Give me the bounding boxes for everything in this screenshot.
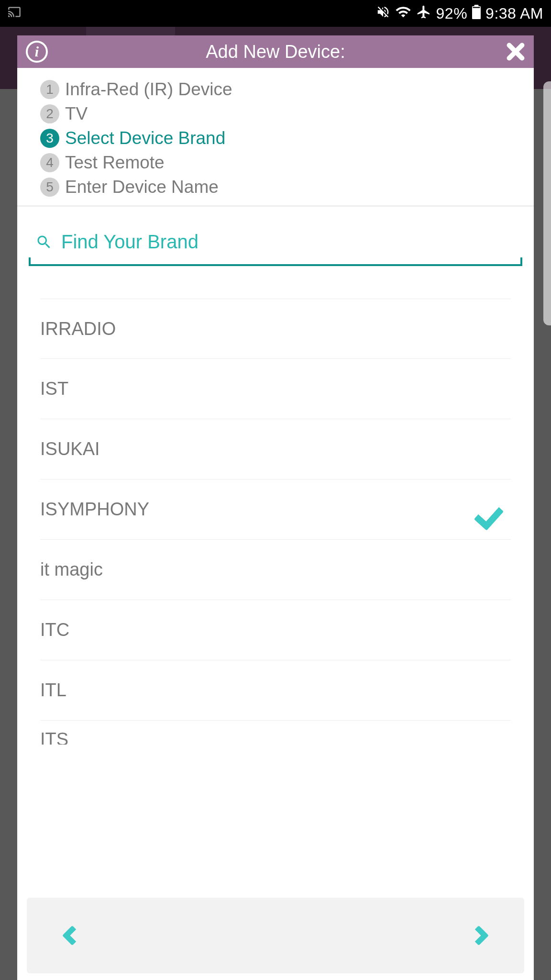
- time-text: 9:38 AM: [485, 5, 543, 22]
- brand-name: it magic: [40, 559, 103, 580]
- brand-name: IST: [40, 379, 68, 399]
- dialog-title: Add New Device:: [206, 42, 345, 62]
- step-label: Select Device Brand: [65, 128, 225, 148]
- step-5[interactable]: 5Enter Device Name: [40, 177, 534, 197]
- step-label: Enter Device Name: [65, 177, 219, 197]
- step-number: 3: [40, 129, 59, 148]
- status-left: [8, 5, 21, 22]
- brand-item[interactable]: it magic: [40, 540, 511, 600]
- step-3[interactable]: 3Select Device Brand: [40, 128, 534, 148]
- brand-name: ISYMPHONY: [40, 499, 149, 520]
- brand-name: ITS: [40, 729, 68, 745]
- brand-item[interactable]: ISYMPHONY: [40, 479, 511, 540]
- brand-item[interactable]: ITL: [40, 660, 511, 721]
- dialog-header: i Add New Device:: [17, 35, 534, 68]
- battery-text: 92%: [436, 5, 468, 22]
- svg-rect-2: [473, 7, 480, 8]
- add-device-dialog: i Add New Device: 1Infra-Red (IR) Device…: [17, 35, 534, 980]
- step-4[interactable]: 4Test Remote: [40, 153, 534, 173]
- step-number: 2: [40, 104, 59, 123]
- close-icon[interactable]: [506, 42, 525, 61]
- step-number: 1: [40, 80, 59, 99]
- brand-name: ITL: [40, 680, 66, 701]
- brand-item[interactable]: ISUKAI: [40, 419, 511, 479]
- brand-item[interactable]: ITC: [40, 600, 511, 660]
- nav-footer: [27, 898, 524, 973]
- mute-icon: [376, 5, 390, 22]
- search-box[interactable]: [29, 229, 522, 266]
- cast-icon: [8, 5, 21, 22]
- svg-rect-0: [472, 6, 481, 19]
- brand-name: ISUKAI: [40, 439, 100, 459]
- scrollbar-thumb[interactable]: [543, 81, 551, 325]
- step-label: TV: [65, 104, 88, 124]
- next-button[interactable]: [469, 925, 489, 946]
- brand-name: IRRADIO: [40, 319, 116, 339]
- search-input[interactable]: [61, 231, 522, 253]
- brand-item[interactable]: ITS: [40, 721, 511, 745]
- search-area: [17, 206, 534, 266]
- status-bar: 92% 9:38 AM: [0, 0, 551, 27]
- brand-item[interactable]: IST: [40, 359, 511, 419]
- svg-rect-1: [474, 5, 479, 7]
- info-icon[interactable]: i: [26, 41, 48, 63]
- step-label: Test Remote: [65, 153, 165, 173]
- airplane-icon: [416, 4, 431, 23]
- battery-icon: [472, 5, 481, 22]
- step-label: Infra-Red (IR) Device: [65, 79, 232, 100]
- search-icon: [35, 234, 53, 251]
- brand-item[interactable]: IRRADIO: [40, 299, 511, 359]
- brand-name: ITC: [40, 620, 69, 640]
- step-1[interactable]: 1Infra-Red (IR) Device: [40, 79, 534, 100]
- step-2[interactable]: 2TV: [40, 104, 534, 124]
- prev-button[interactable]: [62, 925, 82, 946]
- steps-list: 1Infra-Red (IR) Device2TV3Select Device …: [17, 68, 534, 206]
- step-number: 5: [40, 178, 59, 197]
- check-icon: [475, 495, 511, 524]
- step-number: 4: [40, 153, 59, 172]
- brand-list[interactable]: IRRADIOISTISUKAIISYMPHONYit magicITCITLI…: [17, 266, 534, 893]
- wifi-icon: [395, 4, 411, 23]
- status-right: 92% 9:38 AM: [376, 4, 543, 23]
